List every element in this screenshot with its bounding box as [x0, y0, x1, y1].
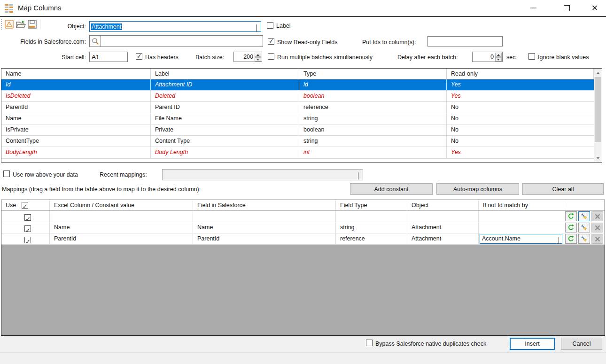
mapping-table: Use Excel Column / Constant value Field …: [1, 200, 605, 336]
scroll-down-button[interactable]: [594, 154, 602, 162]
mapping-row[interactable]: Body Body base64 Attachment: [1, 211, 605, 222]
has-headers-checkbox[interactable]: [136, 53, 142, 60]
header-object[interactable]: Object: [407, 200, 479, 210]
ignore-blank-checkbox[interactable]: [528, 53, 535, 60]
recent-mappings-combobox[interactable]: [162, 169, 363, 180]
clean-mapping-button[interactable]: [578, 223, 590, 232]
fields-search-input[interactable]: [101, 35, 263, 47]
table-row[interactable]: Id Attachment ID id Yes: [1, 79, 602, 91]
add-constant-button[interactable]: Add constant: [350, 183, 433, 195]
header-use-label: Use: [6, 202, 16, 209]
cell-use: [1, 233, 50, 245]
header-field-type[interactable]: Field Type: [336, 200, 407, 210]
delay-label: Delay after each batch:: [397, 54, 458, 61]
broom-icon: [581, 235, 588, 242]
use-all-checkbox[interactable]: [22, 202, 28, 209]
delete-mapping-button[interactable]: [591, 223, 603, 232]
cell-actions: [564, 222, 604, 233]
up-arrow-icon: [597, 72, 599, 74]
header-excel-column[interactable]: Excel Column / Constant value: [50, 200, 193, 210]
search-button[interactable]: [89, 35, 101, 47]
header-type[interactable]: Type: [299, 69, 447, 79]
delete-mapping-button[interactable]: [591, 234, 603, 244]
batch-size-label: Batch size:: [195, 54, 224, 61]
clean-mapping-button[interactable]: [578, 234, 590, 244]
cell-type: boolean: [299, 91, 447, 102]
cell-label: Private: [151, 124, 299, 136]
fields-table-header: Name Label Type Read-only: [1, 69, 602, 79]
recent-mappings-label: Recent mappings:: [100, 171, 147, 178]
cell-object: Attachment: [407, 233, 479, 245]
object-label: Object:: [0, 23, 86, 30]
object-combobox[interactable]: Attachment: [89, 21, 261, 32]
delay-spinner[interactable]: 0: [472, 52, 503, 62]
window-title: Map Columns: [18, 4, 62, 12]
refresh-mapping-button[interactable]: [565, 211, 577, 221]
fields-table-scrollbar[interactable]: [594, 69, 602, 162]
table-row[interactable]: IsPrivate Private boolean No: [1, 124, 602, 136]
delete-mapping-button[interactable]: [591, 211, 603, 221]
table-row[interactable]: Name File Name string No: [1, 113, 602, 124]
delete-x-icon: [595, 236, 600, 242]
match-by-combobox[interactable]: Account.Name: [480, 234, 562, 244]
header-name[interactable]: Name: [1, 69, 151, 79]
put-ids-input[interactable]: [427, 36, 503, 46]
delete-x-icon: [595, 225, 600, 231]
label-checkbox[interactable]: [267, 22, 273, 29]
cell-readonly: No: [447, 124, 594, 136]
delay-down-button[interactable]: [495, 57, 502, 62]
mapping-row[interactable]: Name Name string Attachment: [1, 222, 605, 233]
delay-up-button[interactable]: [495, 53, 502, 57]
app-icon: [5, 4, 14, 13]
cell-name: Id: [1, 79, 151, 91]
cell-type: boolean: [299, 124, 447, 136]
cell-type: string: [299, 113, 447, 124]
fields-table: Name Label Type Read-only Id Attachment …: [1, 68, 602, 163]
row-use-checkbox[interactable]: [24, 225, 31, 232]
batch-size-up-button[interactable]: [255, 53, 261, 57]
table-row[interactable]: IsDeleted Deleted boolean Yes: [1, 91, 602, 102]
header-use[interactable]: Use: [1, 200, 50, 210]
cell-readonly: No: [447, 102, 594, 113]
auto-map-columns-button[interactable]: Auto-map columns: [436, 183, 519, 195]
header-readonly[interactable]: Read-only: [447, 69, 594, 79]
minimize-button[interactable]: [522, 0, 544, 16]
row-use-checkbox[interactable]: [24, 237, 31, 243]
cell-label: Parent ID: [151, 102, 299, 113]
row-use-checkbox[interactable]: [24, 214, 31, 221]
refresh-icon: [567, 213, 575, 220]
clean-mapping-button[interactable]: [578, 211, 590, 221]
table-row[interactable]: ParentId Parent ID reference No: [1, 102, 602, 113]
table-row[interactable]: ContentType Content Type string No: [1, 136, 602, 147]
maximize-button[interactable]: [556, 0, 577, 16]
cell-readonly: No: [447, 136, 594, 147]
cancel-button[interactable]: Cancel: [561, 338, 602, 350]
bypass-duplicates-checkbox[interactable]: [366, 340, 373, 346]
scrollbar-thumb[interactable]: [595, 77, 601, 142]
run-multiple-checkbox[interactable]: [268, 53, 274, 60]
start-cell-input[interactable]: [89, 52, 128, 62]
clear-all-button[interactable]: Clear all: [522, 183, 604, 195]
show-readonly-checkbox[interactable]: [268, 38, 274, 45]
label-checkbox-label: Label: [276, 23, 291, 29]
cell-type: int: [299, 147, 447, 158]
cell-excel-column: ParentId: [50, 233, 193, 245]
cell-label: Attachment ID: [151, 79, 299, 91]
batch-size-down-button[interactable]: [255, 57, 261, 62]
table-row[interactable]: BodyLength Body Length int Yes: [1, 147, 602, 158]
batch-size-spinner[interactable]: 200: [233, 52, 262, 62]
header-label[interactable]: Label: [151, 69, 299, 79]
close-button[interactable]: ×: [584, 0, 606, 16]
scroll-up-button[interactable]: [594, 69, 602, 77]
header-if-not-id-match-by[interactable]: If not Id match by: [479, 200, 564, 210]
cell-type: reference: [299, 102, 447, 113]
use-row-above-checkbox[interactable]: [3, 170, 10, 177]
cell-match-by: Account.Name: [479, 233, 564, 245]
refresh-mapping-button[interactable]: [565, 234, 577, 244]
mapping-row[interactable]: ParentId ParentId reference Attachment A…: [1, 233, 605, 245]
header-actions: [564, 200, 604, 210]
header-field-in-salesforce[interactable]: Field in Salesforce: [193, 200, 336, 210]
cell-field-in-salesforce: Name: [193, 222, 336, 233]
insert-button[interactable]: Insert: [510, 338, 555, 350]
refresh-mapping-button[interactable]: [565, 223, 577, 232]
